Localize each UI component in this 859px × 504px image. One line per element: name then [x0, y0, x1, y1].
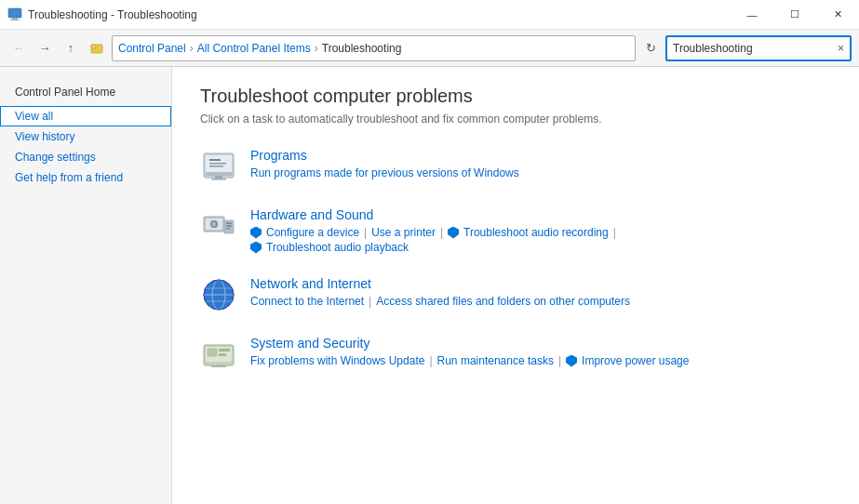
programs-content: Programs Run programs made for previous …	[250, 148, 831, 179]
search-input[interactable]	[673, 42, 836, 55]
breadcrumb[interactable]: Control Panel › All Control Panel Items …	[112, 35, 636, 61]
breadcrumb-control-panel[interactable]: Control Panel	[118, 42, 186, 55]
address-bar: ← → ↑ Control Panel › All Control Panel …	[0, 30, 859, 67]
programs-links: Run programs made for previous versions …	[250, 166, 831, 179]
svg-rect-20	[226, 228, 230, 230]
sidebar-item-change-settings[interactable]: Change settings	[0, 147, 171, 167]
up-button[interactable]: ↑	[60, 37, 82, 60]
svg-rect-9	[211, 179, 226, 180]
svg-rect-18	[226, 222, 232, 224]
sidebar-item-view-all[interactable]: View all	[0, 106, 171, 126]
window-title: Troubleshooting - Troubleshooting	[28, 8, 197, 21]
network-icon	[200, 276, 237, 313]
hardware-link-printer[interactable]: Use a printer	[371, 226, 436, 239]
sidebar-item-get-help[interactable]: Get help from a friend	[0, 167, 171, 188]
svg-point-16	[212, 222, 216, 226]
svg-rect-0	[8, 8, 21, 18]
network-title[interactable]: Network and Internet	[250, 276, 831, 291]
svg-rect-32	[211, 365, 226, 367]
svg-rect-30	[219, 349, 230, 351]
network-content: Network and Internet Connect to the Inte…	[250, 276, 831, 308]
svg-rect-10	[209, 159, 221, 161]
security-link-maintenance[interactable]: Run maintenance tasks	[437, 354, 554, 367]
back-button[interactable]: ←	[7, 37, 30, 60]
forward-button[interactable]: →	[34, 37, 56, 60]
hardware-link-audio-playback[interactable]: Troubleshoot audio playback	[250, 241, 409, 254]
svg-rect-7	[206, 172, 232, 176]
hardware-link-configure[interactable]: Configure a device	[250, 226, 359, 239]
svg-rect-2	[10, 20, 20, 20]
main-layout: Control Panel Home View all View history…	[0, 67, 859, 504]
app-icon	[7, 7, 22, 22]
hardware-link-audio-recording[interactable]: Troubleshoot audio recording	[448, 226, 609, 239]
programs-title[interactable]: Programs	[250, 148, 831, 163]
sidebar: Control Panel Home View all View history…	[0, 67, 172, 504]
svg-rect-1	[12, 18, 18, 20]
hardware-content: Hardware and Sound Configure a device | …	[250, 207, 831, 254]
category-network: Network and Internet Connect to the Inte…	[200, 276, 831, 313]
page-title: Troubleshoot computer problems	[200, 86, 831, 107]
network-links: Connect to the Internet | Access shared …	[250, 295, 831, 308]
hardware-links: Configure a device | Use a printer | Tro…	[250, 226, 831, 239]
window-controls: — ☐ ✕	[731, 0, 859, 30]
security-links: Fix problems with Windows Update | Run m…	[250, 354, 831, 367]
security-content: System and Security Fix problems with Wi…	[250, 336, 831, 367]
svg-rect-4	[91, 45, 96, 48]
breadcrumb-all-items[interactable]: All Control Panel Items	[197, 42, 311, 55]
security-icon	[200, 336, 237, 373]
title-bar: Troubleshooting - Troubleshooting — ☐ ✕	[0, 0, 859, 30]
svg-rect-19	[226, 225, 232, 227]
svg-rect-8	[215, 176, 222, 179]
location-icon-button[interactable]	[86, 37, 108, 60]
search-clear-button[interactable]: ×	[836, 40, 846, 57]
security-link-power[interactable]: Improve power usage	[566, 354, 689, 367]
breadcrumb-current: Troubleshooting	[322, 42, 402, 55]
security-link-windows-update[interactable]: Fix problems with Windows Update	[250, 354, 424, 367]
minimize-button[interactable]: —	[731, 0, 773, 30]
programs-link-run[interactable]: Run programs made for previous versions …	[250, 166, 519, 179]
svg-rect-12	[209, 166, 223, 167]
programs-icon	[200, 148, 237, 185]
page-subtitle: Click on a task to automatically trouble…	[200, 113, 831, 126]
hardware-title[interactable]: Hardware and Sound	[250, 207, 831, 222]
security-title[interactable]: System and Security	[250, 336, 831, 351]
refresh-button[interactable]: ↻	[639, 37, 662, 60]
hardware-links-2: Troubleshoot audio playback	[250, 241, 831, 254]
network-link-shared[interactable]: Access shared files and folders on other…	[376, 295, 630, 308]
content-area: Troubleshoot computer problems Click on …	[172, 67, 859, 504]
svg-rect-29	[208, 349, 217, 356]
hardware-icon	[200, 207, 237, 245]
network-link-connect[interactable]: Connect to the Internet	[250, 295, 364, 308]
category-programs: Programs Run programs made for previous …	[200, 148, 831, 185]
close-button[interactable]: ✕	[816, 0, 859, 30]
svg-rect-31	[219, 353, 226, 356]
sidebar-item-view-history[interactable]: View history	[0, 126, 171, 147]
svg-rect-11	[209, 163, 226, 165]
sidebar-control-panel-home[interactable]: Control Panel Home	[0, 82, 171, 106]
maximize-button[interactable]: ☐	[773, 0, 816, 30]
search-box[interactable]: ×	[665, 35, 852, 61]
category-security: System and Security Fix problems with Wi…	[200, 336, 831, 373]
category-hardware: Hardware and Sound Configure a device | …	[200, 207, 831, 254]
